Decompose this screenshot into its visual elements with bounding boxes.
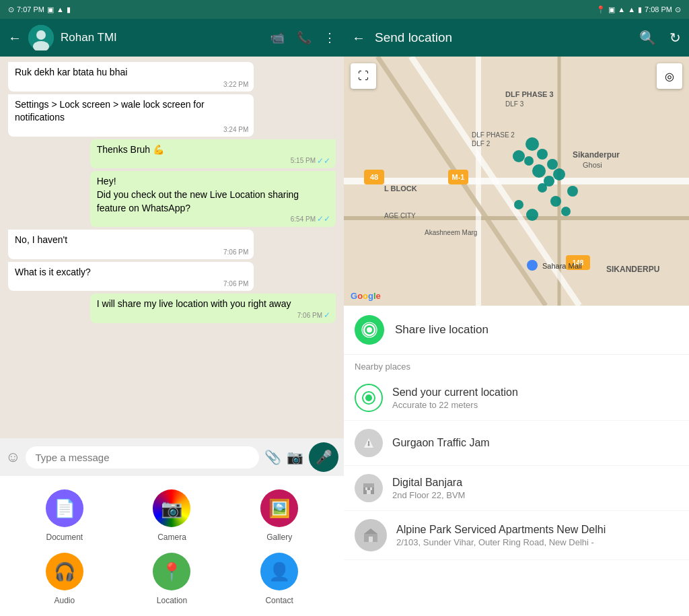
- svg-point-46: [365, 395, 372, 401]
- svg-point-33: [532, 164, 546, 178]
- message-text: Settings > Lock screen > wale lock scree…: [15, 99, 205, 123]
- svg-point-41: [561, 207, 571, 216]
- map-expand-button[interactable]: ⛶: [351, 63, 376, 89]
- message-4: Hey!Did you check out the new Live Locat…: [90, 171, 336, 227]
- svg-text:48: 48: [370, 173, 378, 181]
- camera-button[interactable]: 📷: [287, 449, 303, 465]
- svg-rect-49: [368, 441, 369, 444]
- message-3: Thenks Bruh 💪 5:15 PM ✓✓: [90, 139, 336, 169]
- svg-point-28: [525, 137, 539, 151]
- attach-button[interactable]: 📎: [264, 449, 281, 465]
- location-item-traffic[interactable]: Gurgaon Traffic Jam: [344, 421, 689, 466]
- message-5: No, I haven't 7:06 PM: [8, 230, 254, 259]
- camera-icon-circle: 📷: [153, 489, 190, 527]
- double-tick-icon: ✓✓: [317, 156, 330, 167]
- document-icon-circle: 📄: [46, 489, 83, 527]
- voice-call-button[interactable]: 📞: [297, 30, 312, 45]
- svg-point-38: [514, 200, 523, 209]
- attach-item-audio[interactable]: 🎧 Audio: [46, 553, 83, 605]
- svg-rect-51: [363, 483, 374, 487]
- svg-text:Sahara Mall: Sahara Mall: [542, 262, 582, 270]
- svg-rect-57: [369, 537, 373, 542]
- mic-button[interactable]: 🎤: [309, 442, 338, 472]
- svg-text:DLF PHASE 2: DLF PHASE 2: [472, 131, 515, 139]
- video-call-button[interactable]: 📹: [270, 30, 285, 45]
- chat-input-bar: ☺ 📎 📷 🎤: [0, 438, 344, 476]
- spotify-icon: ⊙: [8, 5, 14, 14]
- location-icon: 📍: [161, 561, 182, 582]
- svg-point-43: [367, 327, 372, 333]
- svg-point-37: [567, 186, 578, 197]
- gallery-label: Gallery: [266, 533, 292, 542]
- svg-rect-53: [370, 487, 372, 490]
- nearby-places-label: Nearby places: [344, 355, 689, 376]
- message-time: 3:24 PM: [223, 125, 248, 135]
- double-tick-icon: ✓✓: [317, 213, 330, 225]
- message-time: 7:06 PM: [223, 248, 248, 257]
- battery-icon-left: ▮: [67, 5, 71, 14]
- digital-banjara-icon: [355, 474, 383, 502]
- back-button[interactable]: ←: [8, 30, 22, 46]
- message-time: 6:54 PM ✓✓: [291, 213, 330, 225]
- main-content: ← Rohan TMI 📹 📞 ⋮ Ruk dekh kar btata hu …: [0, 19, 689, 616]
- status-left: ⊙ 7:07 PM ▣ ▲ ▮: [8, 5, 71, 14]
- audio-icon: 🎧: [54, 561, 75, 582]
- location-icon-circle: 📍: [153, 553, 190, 590]
- location-refresh-button[interactable]: ↻: [669, 30, 681, 46]
- gallery-icon: 🖼️: [268, 498, 290, 519]
- time-right: 7:08 PM: [645, 5, 672, 13]
- attach-item-location[interactable]: 📍 Location: [153, 553, 190, 605]
- alpine-park-info: Alpine Park Serviced Apartments New Delh…: [396, 524, 678, 547]
- location-item-alpine-park[interactable]: Alpine Park Serviced Apartments New Delh…: [344, 511, 689, 560]
- attach-item-camera[interactable]: 📷 Camera: [153, 489, 190, 542]
- traffic-location-info: Gurgaon Traffic Jam: [392, 437, 678, 449]
- document-icon: 📄: [54, 498, 75, 519]
- location-item-digital-banjara[interactable]: Digital Banjara 2nd Floor 22, BVM: [344, 466, 689, 511]
- current-location-icon: [355, 384, 383, 412]
- location-panel-title: Send location: [375, 30, 630, 45]
- attachment-menu: 📄 Document 📷 Camera 🖼️ Gallery: [0, 476, 344, 616]
- attach-item-document[interactable]: 📄 Document: [46, 489, 83, 542]
- location-panel: ← Send location 🔍 ↻ 48: [344, 19, 689, 616]
- svg-point-31: [513, 150, 525, 162]
- contact-icon-circle: 👤: [260, 553, 298, 590]
- message-7: I will share my live location with you r…: [90, 294, 336, 323]
- digital-banjara-address: 2nd Floor 22, BVM: [392, 490, 678, 500]
- location-search-button[interactable]: 🔍: [639, 30, 656, 46]
- message-input[interactable]: [26, 446, 259, 469]
- share-live-location-item[interactable]: Share live location: [344, 306, 689, 355]
- menu-button[interactable]: ⋮: [324, 30, 336, 45]
- location-back-button[interactable]: ←: [352, 30, 365, 46]
- location-header: ← Send location 🔍 ↻: [344, 19, 689, 57]
- audio-icon-circle: 🎧: [46, 553, 83, 590]
- message-text: Hey!Did you check out the new Live Locat…: [97, 176, 299, 213]
- attach-item-gallery[interactable]: 🖼️ Gallery: [260, 489, 298, 542]
- alpine-park-name: Alpine Park Serviced Apartments New Delh…: [396, 524, 678, 536]
- single-tick-icon: ✓: [324, 310, 330, 321]
- svg-point-39: [526, 209, 538, 221]
- my-location-button[interactable]: ◎: [657, 63, 682, 89]
- chat-header-actions: 📹 📞 ⋮: [270, 30, 336, 45]
- message-time: 3:22 PM: [223, 80, 248, 90]
- wifi-icon: ▲: [57, 5, 64, 13]
- location-item-current[interactable]: Send your current location Accurate to 2…: [344, 376, 689, 421]
- alpine-park-address: 2/103, Sunder Vihar, Outer Ring Road, Ne…: [396, 537, 678, 547]
- signal-icon-right: ▲: [628, 5, 635, 13]
- attach-item-contact[interactable]: 👤 Contact: [260, 553, 298, 605]
- svg-point-40: [550, 196, 561, 207]
- svg-text:DLF 3: DLF 3: [505, 100, 524, 108]
- svg-point-26: [527, 260, 538, 271]
- message-text: Thenks Bruh 💪: [97, 144, 164, 155]
- message-6: What is it excatly? 7:06 PM: [8, 262, 254, 292]
- traffic-location-name: Gurgaon Traffic Jam: [392, 437, 678, 449]
- message-text: I will share my live location with you r…: [97, 298, 291, 309]
- message-text: No, I haven't: [15, 234, 67, 245]
- map-area[interactable]: 48 M-1 148 DLF PHASE 3 DLF 3 DLF PHASE 2…: [344, 57, 689, 306]
- audio-label: Audio: [54, 596, 75, 605]
- contact-name: Rohan TMI: [61, 31, 263, 44]
- location-label: Location: [157, 596, 187, 605]
- camera-icon: 📷: [161, 498, 182, 519]
- emoji-button[interactable]: ☺: [5, 448, 20, 466]
- attach-row-2: 🎧 Audio 📍 Location 👤 Contact: [11, 553, 333, 605]
- svg-point-32: [547, 159, 558, 170]
